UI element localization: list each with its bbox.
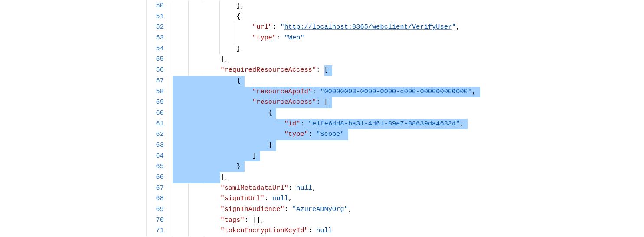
code-line[interactable]: 66 ], bbox=[147, 172, 644, 183]
line-number: 53 bbox=[147, 33, 173, 44]
code-line[interactable]: 56 "requiredResourceAccess": [ bbox=[147, 65, 644, 76]
line-number: 60 bbox=[147, 108, 173, 119]
code-line[interactable]: 70 "tags": [], bbox=[147, 215, 644, 226]
code-content[interactable]: "type": "Web" bbox=[173, 33, 304, 44]
code-line[interactable]: 51 { bbox=[147, 12, 644, 23]
code-line[interactable]: 62 "type": "Scope" bbox=[147, 129, 644, 140]
line-number: 56 bbox=[147, 65, 173, 76]
code-content[interactable]: ], bbox=[173, 172, 229, 183]
code-content[interactable]: "signInAudience": "AzureADMyOrg", bbox=[173, 204, 352, 215]
code-line[interactable]: 65 } bbox=[147, 161, 644, 172]
line-number: 71 bbox=[147, 226, 173, 237]
code-content[interactable]: "tokenEncryptionKeyId": null bbox=[173, 226, 332, 237]
line-number: 67 bbox=[147, 183, 173, 194]
code-content[interactable]: "samlMetadataUrl": null, bbox=[173, 183, 316, 194]
code-line[interactable]: 61 "id": "e1fe6dd8-ba31-4d61-89e7-88639d… bbox=[147, 119, 644, 130]
code-line[interactable]: 71 "tokenEncryptionKeyId": null bbox=[147, 226, 644, 237]
code-content[interactable]: ] bbox=[173, 151, 260, 162]
code-line[interactable]: 60 { bbox=[147, 108, 644, 119]
code-line[interactable]: 55 ], bbox=[147, 54, 644, 65]
code-content[interactable]: ], bbox=[173, 54, 229, 65]
code-line[interactable]: 63 } bbox=[147, 140, 644, 151]
code-line[interactable]: 68 "signInUrl": null, bbox=[147, 194, 644, 204]
code-line[interactable]: 58 "resourceAppId": "00000003-0000-0000-… bbox=[147, 87, 644, 98]
code-line[interactable]: 57 { bbox=[147, 76, 644, 87]
code-content[interactable]: }, bbox=[173, 1, 245, 12]
code-content[interactable]: "tags": [], bbox=[173, 215, 265, 226]
code-content[interactable]: } bbox=[173, 161, 245, 172]
code-content[interactable]: "resourceAccess": [ bbox=[173, 97, 332, 108]
code-editor[interactable]: 50 },51 {52 "url": "http://localhost:836… bbox=[146, 0, 644, 237]
line-number: 54 bbox=[147, 44, 173, 55]
code-line[interactable]: 53 "type": "Web" bbox=[147, 33, 644, 44]
line-number: 50 bbox=[147, 1, 173, 12]
line-number: 70 bbox=[147, 215, 173, 226]
code-line[interactable]: 50 }, bbox=[147, 1, 644, 12]
code-line[interactable]: 69 "signInAudience": "AzureADMyOrg", bbox=[147, 204, 644, 215]
code-content[interactable]: "type": "Scope" bbox=[173, 129, 348, 140]
code-content[interactable]: "signInUrl": null, bbox=[173, 194, 292, 204]
line-number: 68 bbox=[147, 194, 173, 204]
line-number: 69 bbox=[147, 204, 173, 215]
line-number: 62 bbox=[147, 129, 173, 140]
code-content[interactable]: { bbox=[173, 76, 245, 87]
line-number: 52 bbox=[147, 22, 173, 33]
code-line[interactable]: 52 "url": "http://localhost:8365/webclie… bbox=[147, 22, 644, 33]
code-content[interactable]: "requiredResourceAccess": [ bbox=[173, 65, 332, 76]
code-line[interactable]: 59 "resourceAccess": [ bbox=[147, 97, 644, 108]
code-content[interactable]: } bbox=[173, 140, 276, 151]
line-number: 51 bbox=[147, 12, 173, 23]
code-line[interactable]: 64 ] bbox=[147, 151, 644, 162]
code-content[interactable]: "resourceAppId": "00000003-0000-0000-c00… bbox=[173, 87, 480, 98]
line-number: 61 bbox=[147, 119, 173, 130]
code-content[interactable]: { bbox=[173, 108, 276, 119]
line-number: 63 bbox=[147, 140, 173, 151]
code-line[interactable]: 67 "samlMetadataUrl": null, bbox=[147, 183, 644, 194]
line-number: 55 bbox=[147, 54, 173, 65]
code-line[interactable]: 54 } bbox=[147, 44, 644, 55]
line-number: 59 bbox=[147, 97, 173, 108]
line-number: 64 bbox=[147, 151, 173, 162]
line-number: 58 bbox=[147, 87, 173, 98]
line-number: 65 bbox=[147, 161, 173, 172]
code-content[interactable]: } bbox=[173, 44, 240, 55]
line-number: 66 bbox=[147, 172, 173, 183]
code-content[interactable]: "url": "http://localhost:8365/webclient/… bbox=[173, 22, 460, 33]
line-number: 57 bbox=[147, 76, 173, 87]
code-content[interactable]: { bbox=[173, 12, 240, 23]
code-content[interactable]: "id": "e1fe6dd8-ba31-4d61-89e7-88639da46… bbox=[173, 119, 468, 130]
